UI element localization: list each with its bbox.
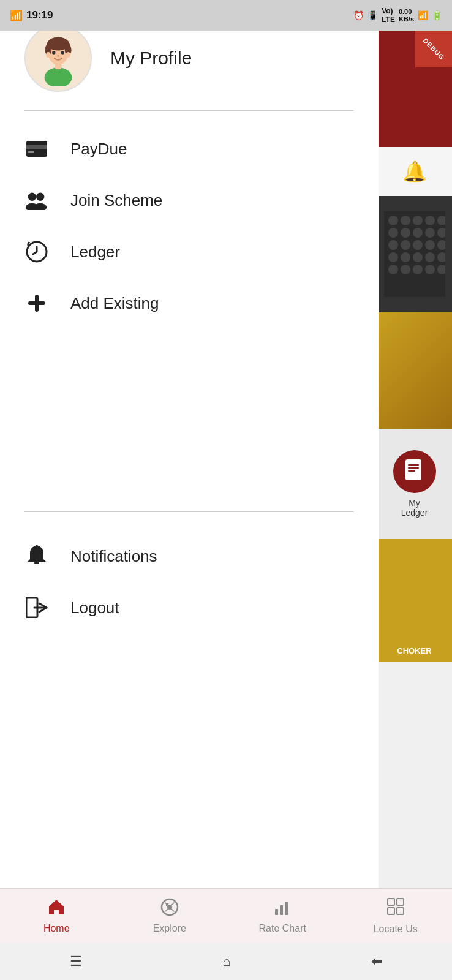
svg-point-3 [413,216,423,225]
svg-rect-45 [28,151,34,153]
svg-point-4 [425,216,435,225]
right-gold-card: CHOKER [377,539,452,662]
svg-rect-64 [397,899,404,905]
menu-item-ledger[interactable]: Ledger [0,226,379,277]
svg-rect-61 [280,905,283,915]
svg-point-19 [425,252,435,262]
avatar [24,24,92,92]
paydue-label: PayDue [70,140,127,159]
svg-point-12 [401,240,410,250]
svg-point-37 [61,51,64,54]
svg-rect-44 [26,145,47,149]
status-left: 📶 19:19 [10,9,53,22]
locate-us-icon [386,897,405,921]
notification-bell-icon: 🔔 [402,160,427,183]
right-side-content: DEBUG 🔔 [377,31,452,888]
logout-icon [24,595,49,620]
explore-icon [160,898,179,921]
home-icon [47,898,66,921]
svg-rect-29 [408,470,415,472]
status-right: ⏰ 📳 Vo)LTE 0.00KB/s 📶 🔋 [353,7,442,24]
menu-button[interactable]: ☰ [70,954,82,970]
right-top-red: DEBUG [377,31,452,147]
svg-rect-27 [408,464,419,466]
svg-point-1 [388,216,398,225]
svg-rect-63 [388,899,394,905]
menu-item-notifications[interactable]: Notifications [0,530,379,582]
add-existing-label: Add Existing [70,294,159,313]
svg-point-9 [425,228,435,238]
ledger-circle [393,450,436,493]
back-button[interactable]: ⬅ [371,954,382,970]
home-button[interactable]: ⌂ [222,954,230,970]
navigation-drawer: My Profile PayDue [0,0,379,913]
signal-text: Vo)LTE [382,7,395,24]
battery-icon: 🔋 [432,10,442,20]
svg-rect-66 [397,908,404,914]
grid-pattern [384,211,445,297]
android-nav-bar: ☰ ⌂ ⬅ [0,943,452,980]
right-notification-area: 🔔 [377,147,452,196]
svg-point-14 [425,240,435,250]
svg-point-23 [413,265,423,274]
notifications-icon [24,544,49,568]
home-nav-label: Home [43,923,70,934]
svg-point-46 [28,193,36,201]
svg-point-21 [388,265,398,274]
svg-rect-28 [408,467,419,469]
notifications-label: Notifications [70,547,157,566]
divider-middle [24,511,354,512]
bottom-navigation: Home Explore Rate Chart [0,888,452,943]
data-speed: 0.00KB/s [399,8,414,23]
svg-point-13 [413,240,423,250]
svg-rect-53 [34,562,39,564]
choker-label: CHOKER [397,646,431,655]
svg-point-22 [401,265,410,274]
join-scheme-label: Join Scheme [70,191,162,210]
svg-point-17 [401,252,410,262]
time: 19:19 [26,9,53,21]
profile-name: My Profile [110,48,192,69]
right-grid-card [377,196,452,312]
nav-item-home[interactable]: Home [20,898,93,934]
menu-group-1: PayDue Join Scheme [0,111,379,505]
alarm-icon: ⏰ [353,10,364,20]
svg-rect-26 [405,459,421,480]
svg-point-16 [388,252,398,262]
credit-card-icon [24,137,49,161]
menu-item-logout[interactable]: Logout [0,582,379,633]
svg-point-11 [388,240,398,250]
menu-item-add-existing[interactable]: Add Existing [0,277,379,329]
locate-us-nav-label: Locate Us [374,924,418,935]
menu-item-join-scheme[interactable]: Join Scheme [0,175,379,226]
svg-rect-60 [275,909,278,915]
svg-rect-62 [285,902,288,915]
svg-point-38 [57,55,59,57]
menu-item-paydue[interactable]: PayDue [0,123,379,175]
nav-item-locate-us[interactable]: Locate Us [359,897,432,935]
vibrate-icon: 📳 [367,10,378,20]
svg-point-7 [401,228,410,238]
status-bar: 📶 19:19 ⏰ 📳 Vo)LTE 0.00KB/s 📶 🔋 [0,0,452,31]
svg-point-41 [46,52,50,58]
svg-point-6 [388,228,398,238]
rate-chart-nav-label: Rate Chart [259,923,306,934]
history-icon [24,239,49,264]
rate-chart-icon [273,898,292,921]
people-icon [24,188,49,213]
svg-point-36 [52,51,55,54]
ledger-label: MyLedger [401,498,428,518]
svg-rect-52 [28,301,45,305]
document-icon [404,459,425,484]
svg-rect-65 [388,908,394,914]
explore-nav-label: Explore [153,923,186,934]
wifi-icon: 📶 [418,10,428,20]
signal-icon: 📶 [10,9,23,22]
ledger-menu-label: Ledger [70,243,120,262]
svg-point-8 [413,228,423,238]
svg-point-18 [413,252,423,262]
add-icon [24,291,49,315]
nav-item-rate-chart[interactable]: Rate Chart [246,898,319,934]
nav-item-explore[interactable]: Explore [133,898,206,934]
logout-label: Logout [70,598,119,617]
